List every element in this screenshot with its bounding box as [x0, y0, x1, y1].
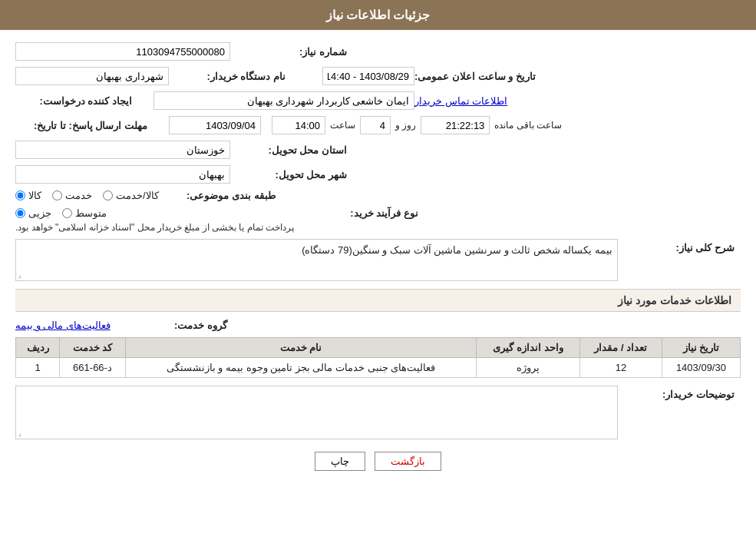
description-label: شرح کلی نیاز: [618, 239, 741, 253]
service-group-row: گروه خدمت: فعالیت‌های مالی و بیمه [15, 320, 741, 331]
purchase-note: پرداخت تمام یا بخشی از مبلغ خریدار محل "… [15, 222, 302, 233]
category-row: طبقه بندی موضوعی: کالا/خدمت خدمت کالا [15, 190, 741, 201]
resize-handle: ⌟ [18, 270, 21, 279]
description-wrapper: شرح کلی نیاز: بیمه یکساله شخص ثالث و سرن… [15, 239, 741, 281]
page-title: جزئیات اطلاعات نیاز [326, 8, 431, 22]
city-row: شهر محل تحویل: [15, 165, 741, 184]
buyer-comments-label: توضیحات خریدار: [618, 386, 741, 400]
services-table-wrapper: تاریخ نیاز تعداد / مقدار واحد اندازه گیر… [15, 337, 741, 378]
buyer-name-label: نام دستگاه خریدار: [169, 71, 292, 82]
purchase-type-label: نوع فرآیند خرید: [302, 207, 424, 219]
purchase-jozii[interactable]: جزیی [15, 207, 51, 219]
remaining-label: ساعت باقی مانده [494, 120, 562, 131]
service-group-link[interactable]: فعالیت‌های مالی و بیمه [15, 320, 111, 331]
purchase-jozii-label: جزیی [28, 207, 51, 219]
cell-code: د-66-661 [60, 358, 125, 378]
requester-label: ایجاد کننده درخواست: [15, 95, 138, 107]
days-input[interactable] [360, 116, 391, 134]
category-khidmat[interactable]: خدمت [52, 190, 92, 201]
niaaz-number-label: شماره نیاز: [230, 46, 353, 58]
category-khidmat-label: خدمت [65, 190, 92, 201]
services-section-title: اطلاعات خدمات مورد نیاز [15, 289, 741, 312]
back-button[interactable]: بازگشت [375, 452, 441, 471]
requester-row: اطلاعات تماس خریدار ایجاد کننده درخواست: [15, 91, 741, 110]
col-header-qty: تعداد / مقدار [579, 338, 662, 358]
category-kala[interactable]: کالا [15, 190, 41, 201]
purchase-mutavasit[interactable]: متوسط [62, 207, 107, 219]
category-kala-khidmat[interactable]: کالا/خدمت [103, 190, 159, 201]
print-button[interactable]: چاپ [315, 452, 365, 471]
response-deadline-label: مهلت ارسال پاسخ: تا تاریخ: [15, 120, 154, 131]
buyer-comments-box: ⌟ [15, 386, 618, 439]
remaining-time-input[interactable] [421, 116, 490, 134]
response-time-input[interactable] [272, 116, 325, 134]
buyer-name-input[interactable] [15, 67, 169, 85]
days-label: روز و [395, 120, 416, 131]
cell-name: فعالیت‌های جنبی خدمات مالی بجز تامین وجو… [125, 358, 477, 378]
purchase-jozii-radio[interactable] [15, 208, 25, 218]
category-kala-label: کالا [28, 190, 41, 201]
province-row: استان محل تحویل: [15, 141, 741, 159]
category-kala-khidmat-radio[interactable] [103, 190, 113, 200]
footer-buttons: بازگشت چاپ [15, 452, 741, 471]
city-input[interactable] [15, 165, 230, 184]
purchase-type-row: نوع فرآیند خرید: متوسط جزیی پرداخت تمام … [15, 207, 741, 233]
col-header-unit: واحد اندازه گیری [477, 338, 580, 358]
cell-qty: 12 [579, 358, 662, 378]
response-deadline-row: ساعت باقی مانده روز و ساعت مهلت ارسال پا… [15, 116, 741, 134]
services-table: تاریخ نیاز تعداد / مقدار واحد اندازه گیر… [15, 337, 741, 378]
category-label: طبقه بندی موضوعی: [159, 190, 282, 201]
col-header-code: کد خدمت [60, 338, 125, 358]
buyer-comments-section: توضیحات خریدار: ⌟ [15, 386, 741, 439]
description-box: بیمه یکساله شخص ثالث و سرنشین ماشین آلات… [15, 239, 618, 281]
announce-date-input[interactable] [322, 67, 414, 85]
comments-resize-handle: ⌟ [18, 429, 21, 437]
requester-input[interactable] [154, 91, 414, 110]
category-kala-khidmat-label: کالا/خدمت [116, 190, 159, 201]
province-label: استان محل تحویل: [230, 144, 353, 156]
description-text: بیمه یکساله شخص ثالث و سرنشین ماشین آلات… [302, 244, 612, 256]
cell-row: 1 [16, 358, 60, 378]
category-kala-radio[interactable] [15, 190, 25, 200]
announce-date-label: تاریخ و ساعت اعلان عمومی: [414, 71, 542, 82]
time-label: ساعت [330, 120, 355, 131]
response-date-input[interactable] [169, 116, 261, 134]
purchase-mutavasit-radio[interactable] [62, 208, 72, 218]
table-row: 1403/09/30 12 پروژه فعالیت‌های جنبی خدما… [16, 358, 741, 378]
category-radio-group: کالا/خدمت خدمت کالا [15, 190, 159, 201]
contact-info-link[interactable]: اطلاعات تماس خریدار [414, 95, 507, 107]
niaaz-number-row: شماره نیاز: [15, 42, 741, 61]
page-header: جزئیات اطلاعات نیاز [0, 0, 756, 30]
category-khidmat-radio[interactable] [52, 190, 62, 200]
buyer-announce-row: تاریخ و ساعت اعلان عمومی: نام دستگاه خری… [15, 67, 741, 85]
col-header-row: ردیف [16, 338, 60, 358]
province-input[interactable] [15, 141, 230, 159]
service-group-label: گروه خدمت: [111, 320, 233, 331]
col-header-name: نام خدمت [125, 338, 477, 358]
purchase-mutavasit-label: متوسط [75, 207, 107, 219]
cell-date: 1403/09/30 [662, 358, 740, 378]
city-label: شهر محل تحویل: [230, 169, 353, 181]
purchase-radio-group: متوسط جزیی [15, 207, 107, 219]
cell-unit: پروژه [477, 358, 580, 378]
niaaz-number-input[interactable] [15, 42, 230, 61]
col-header-date: تاریخ نیاز [662, 338, 740, 358]
